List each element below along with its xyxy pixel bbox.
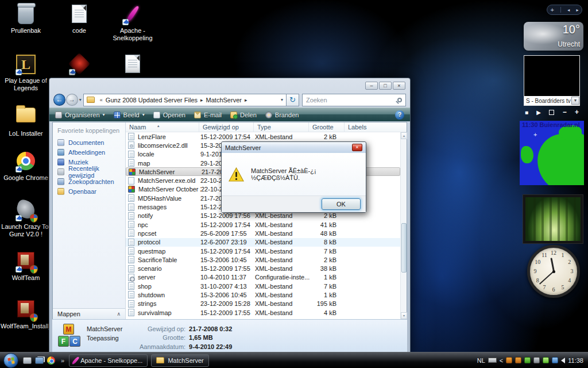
taskbar-button-matchserver[interactable]: MatchServer bbox=[151, 354, 208, 367]
vertical-scrollbar[interactable]: ▴ ▾ bbox=[400, 132, 407, 319]
desktop-icon-apache[interactable]: Apache - Snelkoppeling bbox=[107, 5, 158, 42]
file-row[interactable]: shop31-10-2007 4:13XML-bestand7 kB bbox=[126, 282, 400, 290]
breadcrumb[interactable]: « Gunz 2008 Updated Server Files ▸ Match… bbox=[83, 94, 287, 106]
sidebar-gadget-controls[interactable]: + ◂ ▸ bbox=[547, 5, 582, 15]
file-row[interactable]: survivalmap15-12-2009 17:55XML-bestand4 … bbox=[126, 308, 400, 317]
recent-pages-dropdown-icon[interactable]: ▾ bbox=[79, 97, 82, 102]
tv-play-button[interactable]: ▶ bbox=[536, 109, 541, 116]
desktop-icon-prullenbak[interactable]: Prullenbak bbox=[1, 5, 51, 34]
organize-menu[interactable]: Organiseren▾ bbox=[55, 112, 105, 118]
column-header-labels[interactable]: Labels bbox=[345, 122, 407, 132]
file-row[interactable]: questmap15-12-2009 17:54XML-bestand7 kB bbox=[126, 247, 400, 255]
wolfteam-icon bbox=[16, 252, 36, 273]
breadcrumb-arrow-icon[interactable]: ▸ bbox=[200, 97, 203, 103]
file-row[interactable]: SacrificeTable15-3-2006 10:45XML-bestand… bbox=[126, 255, 400, 264]
views-menu[interactable]: Beeld▾ bbox=[114, 112, 145, 118]
tv-zoom-out-button[interactable]: − bbox=[563, 109, 567, 115]
help-button[interactable]: ? bbox=[395, 110, 404, 120]
gadget-next-icon[interactable]: ▸ bbox=[576, 7, 578, 13]
file-row[interactable]: shutdown15-3-2006 10:45XML-bestand1 kB bbox=[126, 290, 400, 299]
chrome-quicklaunch-button[interactable] bbox=[47, 356, 55, 365]
keyboard-icon[interactable] bbox=[488, 358, 497, 363]
sidebar-item-recent[interactable]: Recentelijk gewijzigd bbox=[53, 167, 125, 177]
toolbar-overflow-icon[interactable]: » bbox=[61, 357, 64, 364]
desktop-icon-league-of-legends[interactable]: L Play League of Legends bbox=[1, 55, 51, 92]
tv-stop-button[interactable]: ■ bbox=[525, 109, 528, 116]
xml-file-icon bbox=[128, 265, 134, 273]
sidebar-item-public[interactable]: Openbaar bbox=[53, 186, 125, 196]
ok-button[interactable]: OK bbox=[322, 198, 361, 210]
desktop-icon-google-chrome[interactable]: Google Chrome bbox=[1, 152, 51, 182]
show-desktop-button[interactable] bbox=[23, 357, 32, 364]
maximize-button[interactable]: □ bbox=[379, 82, 392, 90]
clock-gadget[interactable]: 123456789101112 bbox=[526, 244, 581, 304]
address-dropdown-icon[interactable]: ▾ bbox=[281, 97, 283, 102]
dialog-titlebar[interactable]: MatchServer × bbox=[222, 142, 366, 153]
shortcut-arrow-icon bbox=[16, 215, 22, 221]
network-icon[interactable] bbox=[552, 357, 558, 363]
rain-radar-gadget[interactable]: + 11:30 Buienradar.nl bbox=[520, 121, 584, 185]
tv-zoom-in-button[interactable]: + bbox=[575, 109, 579, 115]
file-row[interactable]: protocol12-6-2007 23:19XML-bestand8 kB bbox=[126, 238, 400, 247]
sidebar-item-pictures[interactable]: Afbeeldingen bbox=[53, 147, 125, 157]
breadcrumb-segment[interactable]: MatchServer bbox=[206, 97, 242, 103]
add-gadget-icon[interactable]: + bbox=[551, 6, 554, 13]
scroll-down-icon[interactable]: ▾ bbox=[401, 312, 407, 319]
tray-messenger-icon[interactable] bbox=[524, 357, 531, 363]
display-icon[interactable] bbox=[533, 357, 540, 363]
burn-button[interactable]: Branden bbox=[265, 112, 299, 118]
email-button[interactable]: E-mail bbox=[194, 112, 222, 118]
file-row[interactable]: npcset25-6-2009 17:55XML-bestand48 kB bbox=[126, 229, 400, 237]
volume-icon[interactable] bbox=[561, 358, 565, 363]
window-titlebar[interactable]: – □ × bbox=[49, 78, 410, 92]
scroll-up-icon[interactable]: ▴ bbox=[401, 132, 407, 139]
open-button[interactable]: Openen bbox=[153, 112, 185, 118]
search-input[interactable]: Zoeken bbox=[302, 94, 406, 106]
tray-app-icon[interactable] bbox=[515, 357, 521, 363]
file-row[interactable]: server10-4-2010 11:37Configuratie-inste.… bbox=[126, 273, 400, 282]
desktop-icon-lol-installer[interactable]: LoL Installer bbox=[1, 105, 51, 137]
tray-collapse-icon[interactable]: < bbox=[500, 357, 503, 364]
gadget-prev-icon[interactable]: ◂ bbox=[567, 7, 570, 13]
breadcrumb-arrow-icon[interactable]: ▸ bbox=[245, 97, 247, 103]
dialog-close-button[interactable]: × bbox=[352, 144, 362, 151]
battery-icon[interactable] bbox=[543, 357, 549, 363]
column-header-gewijzigd-op[interactable]: Gewijzigd op bbox=[199, 122, 254, 132]
breadcrumb-segment[interactable]: Gunz 2008 Updated Server Files bbox=[106, 97, 198, 103]
recent-icon bbox=[57, 168, 64, 175]
file-row[interactable]: LenzFlare15-12-2009 17:54XML-bestand2 kB bbox=[126, 132, 400, 141]
desktop-icon-gunz-launcher[interactable]: Launch Crazy Tof Gunz V2.0 ! bbox=[1, 201, 51, 238]
file-row[interactable]: npc15-12-2009 17:54XML-bestand41 kB bbox=[126, 220, 400, 229]
file-row[interactable]: scenario15-12-2009 17:55XML-bestand38 kB bbox=[126, 264, 400, 273]
tv-gadget[interactable]: S - Boardriders tv ▾ bbox=[524, 55, 580, 106]
share-button[interactable]: Delen bbox=[230, 112, 257, 118]
forward-button[interactable]: → bbox=[66, 94, 78, 106]
back-button[interactable]: ← bbox=[53, 94, 65, 106]
sidebar-item-document[interactable]: Documenten bbox=[53, 137, 125, 147]
column-header-grootte[interactable]: Grootte bbox=[309, 122, 345, 132]
size-value: 1,65 MB bbox=[189, 334, 232, 341]
weather-gadget[interactable]: 10° Utrecht bbox=[524, 22, 583, 51]
minimize-button[interactable]: – bbox=[365, 82, 378, 90]
taskbar-button-apache[interactable]: Apache - Snelkoppe... bbox=[69, 354, 148, 367]
desktop-icon-code[interactable]: code bbox=[54, 5, 105, 34]
tv-fullscreen-button[interactable] bbox=[549, 110, 554, 115]
file-row[interactable]: strings23-12-2009 15:28XML-bestand195 kB bbox=[126, 300, 400, 308]
start-button[interactable] bbox=[3, 353, 18, 368]
slideshow-gadget[interactable] bbox=[523, 194, 583, 244]
column-header-type[interactable]: Type bbox=[254, 122, 309, 132]
folders-band[interactable]: Mappen ∧ bbox=[53, 308, 125, 319]
app-file-icon bbox=[129, 168, 136, 175]
tv-channel-dropdown[interactable]: ▾ bbox=[571, 97, 579, 105]
close-button[interactable]: × bbox=[393, 82, 405, 90]
shortcut-arrow-icon bbox=[69, 69, 75, 75]
desktop-icon-wolfteam-installer[interactable]: WolfTeam_Install_ bbox=[1, 300, 51, 330]
language-indicator[interactable]: NL bbox=[477, 357, 485, 364]
column-header-naam[interactable]: Naam▴ bbox=[126, 122, 199, 132]
tray-app-icon[interactable] bbox=[506, 357, 512, 363]
desktop-icon-wolfteam[interactable]: WolfTeam bbox=[1, 252, 51, 282]
refresh-button[interactable]: ↻ bbox=[287, 94, 299, 106]
switch-windows-button[interactable] bbox=[35, 357, 44, 364]
scrollbar-thumb[interactable] bbox=[401, 223, 407, 273]
text-file-icon bbox=[69, 5, 90, 25]
